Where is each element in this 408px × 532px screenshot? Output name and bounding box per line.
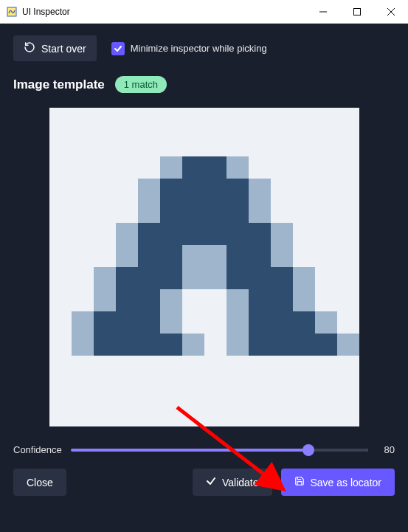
minimize-checkbox-label: Minimize inspector while picking	[131, 43, 267, 54]
svg-rect-31	[94, 267, 116, 289]
validate-label: Validate	[222, 477, 259, 488]
svg-rect-19	[249, 334, 337, 356]
restart-icon	[24, 41, 35, 55]
svg-rect-26	[116, 223, 138, 245]
svg-rect-42	[72, 334, 94, 356]
save-as-locator-button[interactable]: Save as locator	[281, 469, 395, 496]
svg-rect-12	[116, 267, 182, 289]
top-row: Start over Minimize inspector while pick…	[13, 35, 395, 61]
titlebar: UI Inspector	[0, 0, 408, 24]
svg-rect-20	[160, 156, 182, 179]
svg-rect-14	[116, 289, 160, 311]
window-controls	[306, 0, 408, 23]
svg-rect-15	[249, 289, 293, 311]
confidence-label: Confidence	[13, 444, 62, 455]
start-over-label: Start over	[41, 43, 86, 55]
image-preview	[49, 108, 359, 426]
maximize-button[interactable]	[340, 0, 374, 24]
confidence-slider[interactable]	[71, 449, 368, 452]
app-icon	[6, 6, 18, 18]
content-area: Start over Minimize inspector while pick…	[0, 24, 408, 532]
svg-rect-16	[94, 311, 160, 334]
svg-rect-45	[227, 334, 249, 356]
save-label: Save as locator	[311, 477, 382, 488]
svg-rect-34	[94, 289, 116, 311]
svg-rect-18	[94, 334, 182, 356]
svg-rect-29	[271, 245, 293, 267]
minimize-checkbox[interactable]	[111, 42, 125, 55]
page-title: Image template	[13, 77, 105, 92]
svg-rect-38	[72, 311, 94, 334]
svg-rect-39	[315, 311, 337, 334]
template-image	[49, 108, 359, 426]
match-badge: 1 match	[115, 76, 167, 93]
close-button[interactable]: Close	[13, 469, 66, 496]
close-window-button[interactable]	[374, 0, 408, 24]
svg-rect-25	[249, 201, 271, 223]
svg-rect-24	[138, 201, 160, 223]
svg-rect-10	[138, 245, 182, 267]
close-label: Close	[27, 477, 53, 488]
svg-rect-23	[249, 179, 271, 201]
svg-rect-33	[182, 267, 227, 289]
slider-thumb[interactable]	[302, 444, 314, 456]
confidence-value: 80	[377, 444, 395, 455]
svg-rect-28	[116, 245, 138, 267]
svg-rect-43	[337, 334, 359, 356]
confidence-row: Confidence 80	[13, 444, 395, 455]
svg-rect-11	[227, 245, 271, 267]
heading-row: Image template 1 match	[13, 76, 395, 93]
spacer	[75, 469, 184, 496]
svg-rect-27	[271, 223, 293, 245]
svg-rect-17	[249, 311, 315, 334]
button-row: Close Validate Save as locator	[13, 469, 395, 496]
svg-rect-32	[293, 267, 315, 289]
svg-rect-41	[227, 311, 249, 334]
preview-wrap	[13, 108, 395, 426]
start-over-button[interactable]: Start over	[13, 35, 97, 61]
svg-rect-30	[182, 245, 227, 267]
svg-rect-44	[182, 334, 204, 356]
svg-rect-2	[354, 9, 361, 15]
save-icon	[294, 476, 305, 488]
svg-rect-22	[138, 179, 160, 201]
svg-rect-37	[227, 289, 249, 311]
svg-rect-9	[138, 223, 271, 245]
svg-rect-40	[160, 311, 182, 334]
svg-rect-13	[227, 267, 293, 289]
validate-button[interactable]: Validate	[193, 469, 272, 496]
svg-rect-7	[160, 179, 249, 201]
svg-rect-6	[182, 156, 227, 179]
window-title: UI Inspector	[22, 7, 70, 17]
svg-rect-35	[293, 289, 315, 311]
svg-rect-21	[227, 156, 249, 179]
check-icon	[206, 476, 216, 488]
slider-track-remain	[308, 449, 368, 452]
svg-rect-36	[160, 289, 182, 311]
svg-rect-8	[160, 201, 249, 223]
minimize-button[interactable]	[306, 0, 340, 24]
minimize-checkbox-row: Minimize inspector while picking	[111, 42, 267, 55]
